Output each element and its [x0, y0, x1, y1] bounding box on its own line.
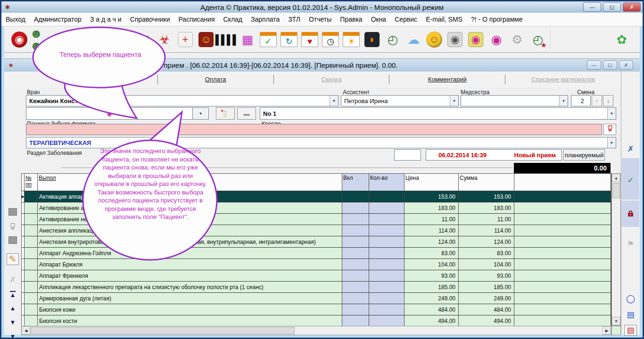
- biohazard-icon[interactable]: ☣: [154, 29, 175, 50]
- tooth-formula-input[interactable]: [26, 124, 602, 135]
- calendar-clock-icon[interactable]: ◷: [320, 29, 341, 50]
- power-icon[interactable]: ◉: [9, 29, 30, 50]
- horizontal-scrollbar[interactable]: ◀ ▶: [21, 326, 611, 335]
- doctor-combobox[interactable]: Кежайкин Константин ▼: [26, 95, 339, 106]
- gear-icon[interactable]: ⚙: [507, 29, 528, 50]
- menu-item-10[interactable]: Окна: [367, 14, 391, 25]
- scroll-up-button[interactable]: ▲: [612, 174, 620, 182]
- table-row[interactable]: Аппарат Андрезена-Гойпля83.0083.00: [22, 248, 611, 259]
- menu-item-6[interactable]: Зарплата: [247, 14, 284, 25]
- menu-item-11[interactable]: Сервис: [390, 14, 421, 25]
- journal-stack-icon[interactable]: ▤: [133, 29, 154, 50]
- tooth-button[interactable]: [603, 124, 616, 135]
- card-icon[interactable]: ▤: [71, 29, 92, 50]
- calendar-check-icon[interactable]: ✓: [258, 29, 279, 50]
- palette-smiley-icon[interactable]: ☺: [196, 29, 216, 50]
- menu-item-3[interactable]: Справочники: [126, 14, 174, 25]
- pin-disabled-icon[interactable]: ⚑: [621, 240, 640, 248]
- users-icon[interactable]: ☻☻: [30, 29, 50, 50]
- table-row[interactable]: ▶Активация аппарата153.00153.00: [22, 191, 611, 202]
- shift-down-button[interactable]: ↓: [603, 95, 613, 106]
- doc-lines-active-icon[interactable]: ▤: [621, 325, 640, 336]
- menu-item-13[interactable]: ?! - О программе: [467, 14, 527, 25]
- table-row[interactable]: Аппарат Брюкля104.00104.00: [22, 259, 611, 270]
- grid-header-cell-5[interactable]: Цена: [405, 174, 459, 191]
- grid-header-cell-6[interactable]: Сумма: [459, 174, 514, 191]
- calendar-sync-icon[interactable]: ↻: [279, 29, 299, 50]
- menu-item-7[interactable]: ЗТЛ: [284, 14, 305, 25]
- table-row[interactable]: Аппарат Френкеля93.0093.00: [22, 270, 611, 282]
- menu-item-12[interactable]: E-mail, SMS: [421, 14, 467, 25]
- table-row[interactable]: Биопсия кости494.00494.00: [22, 315, 611, 327]
- close-button[interactable]: ✗: [623, 2, 641, 12]
- menu-item-0[interactable]: Выход: [1, 14, 30, 25]
- camera-icon[interactable]: ◉: [445, 29, 465, 50]
- doc-close-icon[interactable]: ✗: [621, 145, 640, 153]
- patient-combobox[interactable]: ◉ ▼: [26, 107, 209, 120]
- scroll-right-button[interactable]: ▶: [603, 326, 611, 335]
- shift-input[interactable]: 2: [571, 95, 591, 106]
- table-row[interactable]: Биопсия кожи484.00484.00: [22, 304, 611, 315]
- tv-icon[interactable]: ◗: [362, 29, 382, 50]
- chevron-down-icon[interactable]: ▼: [192, 108, 208, 119]
- minimize-button[interactable]: —: [583, 2, 601, 12]
- alarm-star-icon[interactable]: ◴★: [528, 29, 548, 50]
- doc-minimize-button[interactable]: —: [587, 60, 601, 70]
- icq-flower-icon[interactable]: ✿: [611, 29, 632, 50]
- scroll-left-button[interactable]: ◀: [22, 326, 30, 335]
- visit-number-box[interactable]: [394, 149, 421, 161]
- chevron-down-icon[interactable]: ▼: [450, 96, 458, 106]
- vertical-scrollbar[interactable]: ▲ ▼: [611, 173, 621, 326]
- nav-last-icon[interactable]: ▼: [4, 333, 21, 339]
- menu-item-9[interactable]: Правка: [336, 14, 366, 25]
- scroll-down-button[interactable]: ▼: [612, 317, 620, 325]
- edit-record-icon[interactable]: ✎: [4, 253, 21, 265]
- table-row[interactable]: Аппликация лекарственного препарата на с…: [22, 282, 611, 293]
- grid-header-cell-4[interactable]: Кол-во: [369, 174, 405, 191]
- restore-button[interactable]: ◱: [603, 2, 621, 12]
- delete-disabled-icon[interactable]: ✗: [4, 276, 21, 284]
- chevron-down-icon[interactable]: ▼: [559, 96, 568, 106]
- table-row[interactable]: Анестезия аппликационная114.00114.00: [22, 225, 611, 236]
- chevron-down-icon[interactable]: ▼: [607, 137, 616, 148]
- nurse-combobox[interactable]: ▼: [461, 95, 568, 106]
- horizontal-scroll-thumb[interactable]: [31, 327, 295, 334]
- schedule-grid-icon[interactable]: ▦: [237, 29, 258, 50]
- alarm-clock-icon[interactable]: ◴: [382, 29, 403, 50]
- calendar-sun-icon[interactable]: ☀: [341, 29, 362, 50]
- medkit-icon[interactable]: +: [175, 29, 196, 50]
- confirm-icon[interactable]: ✓: [621, 176, 640, 184]
- surprised-face-icon[interactable]: ☺: [424, 29, 445, 50]
- section-combobox[interactable]: ТЕРАПЕВТИЧЕСКАЯ ▼: [26, 137, 616, 148]
- planned-button[interactable]: планируемый: [563, 149, 605, 161]
- calendar-heart-icon[interactable]: ♥: [299, 29, 320, 50]
- chevron-down-icon[interactable]: ▼: [330, 96, 338, 106]
- grid-header-cell-1[interactable]: № пп: [25, 174, 38, 191]
- eye-frame-icon[interactable]: ◉: [465, 29, 486, 50]
- doc-lines-icon[interactable]: ▤: [621, 311, 640, 319]
- ring-icon[interactable]: ◯: [621, 295, 640, 303]
- vertical-scroll-thumb[interactable]: [612, 183, 620, 198]
- barcode-icon[interactable]: ▌▌▌▌: [216, 29, 237, 50]
- medical-card-plus-icon[interactable]: +: [113, 29, 133, 50]
- chevron-down-icon[interactable]: ▼: [607, 108, 616, 119]
- nav-first-icon[interactable]: ▲: [4, 291, 21, 298]
- table-row[interactable]: Анестезия внутриротовая (инфильтрационна…: [22, 236, 611, 248]
- tab-4[interactable]: Списание материалов: [505, 75, 621, 84]
- eye-icon[interactable]: ◉: [486, 29, 507, 50]
- tab-2[interactable]: Скидка: [274, 75, 390, 84]
- tooth-outline-icon[interactable]: [4, 222, 21, 231]
- table-row[interactable]: Активирование аппарата183.00183.00: [22, 202, 611, 214]
- shift-up-button[interactable]: ↑: [592, 95, 602, 106]
- lock-icon[interactable]: [621, 210, 640, 217]
- gears-icon[interactable]: ⚙: [50, 29, 71, 50]
- menu-item-8[interactable]: Отчеты: [305, 14, 336, 25]
- grid-header-cell-2[interactable]: Выпол: [38, 174, 342, 191]
- table-row[interactable]: Активирование несъемного ортодонтическог…: [22, 214, 611, 225]
- chair-combobox[interactable]: No 1 ▼: [260, 107, 616, 120]
- tab-0[interactable]: Дополнительно: [42, 75, 158, 84]
- menu-item-2[interactable]: З а д а ч и: [86, 14, 126, 25]
- nav-prev-icon[interactable]: ▲: [4, 305, 21, 311]
- tab-3[interactable]: Комментарий: [389, 75, 505, 84]
- table-row[interactable]: Армированная дуга (литая)249.00249.00: [22, 293, 611, 304]
